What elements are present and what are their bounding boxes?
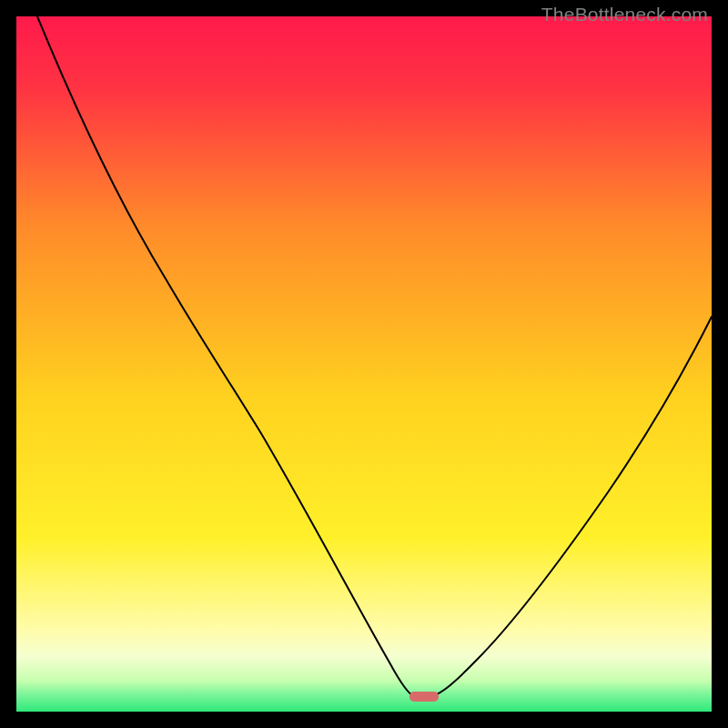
- bottleneck-plot: [16, 16, 712, 712]
- chart-frame: [16, 16, 712, 712]
- optimal-marker: [410, 692, 439, 702]
- gradient-background: [16, 16, 712, 712]
- watermark-text: TheBottleneck.com: [541, 4, 708, 25]
